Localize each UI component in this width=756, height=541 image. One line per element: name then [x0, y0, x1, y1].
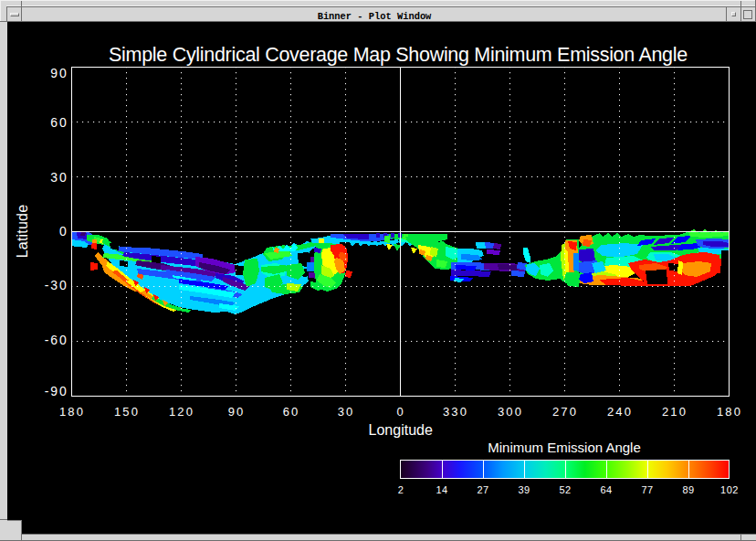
svg-text:39: 39 [518, 484, 530, 495]
svg-text:30: 30 [338, 405, 355, 419]
svg-text:270: 270 [552, 405, 578, 419]
svg-text:Minimum Emission Angle: Minimum Emission Angle [488, 440, 641, 455]
svg-text:52: 52 [559, 484, 571, 495]
svg-text:60: 60 [283, 405, 300, 419]
svg-text:2: 2 [398, 484, 404, 495]
svg-text:-90: -90 [45, 384, 68, 398]
svg-text:180: 180 [717, 405, 742, 419]
svg-text:60: 60 [50, 115, 68, 130]
svg-text:0: 0 [396, 405, 404, 419]
svg-text:300: 300 [498, 405, 523, 419]
svg-text:-60: -60 [45, 333, 68, 347]
svg-text:27: 27 [477, 484, 488, 495]
svg-text:180: 180 [59, 405, 85, 419]
svg-text:64: 64 [600, 484, 612, 495]
svg-text:120: 120 [169, 405, 194, 419]
svg-text:Longitude: Longitude [369, 422, 433, 438]
svg-text:77: 77 [641, 484, 653, 495]
svg-text:210: 210 [662, 405, 688, 419]
svg-text:240: 240 [607, 405, 633, 419]
svg-text:14: 14 [436, 484, 447, 495]
svg-text:330: 330 [443, 405, 468, 419]
svg-text:-30: -30 [45, 278, 68, 292]
svg-text:Simple Cylindrical Coverage Ma: Simple Cylindrical Coverage Map Showing … [109, 44, 688, 66]
svg-text:Latitude: Latitude [15, 205, 30, 259]
svg-text:0: 0 [59, 224, 68, 239]
svg-text:89: 89 [682, 484, 694, 495]
svg-text:30: 30 [50, 170, 68, 185]
svg-text:90: 90 [50, 66, 68, 80]
svg-text:90: 90 [228, 405, 246, 419]
svg-text:102: 102 [720, 484, 739, 495]
svg-text:150: 150 [114, 405, 140, 419]
